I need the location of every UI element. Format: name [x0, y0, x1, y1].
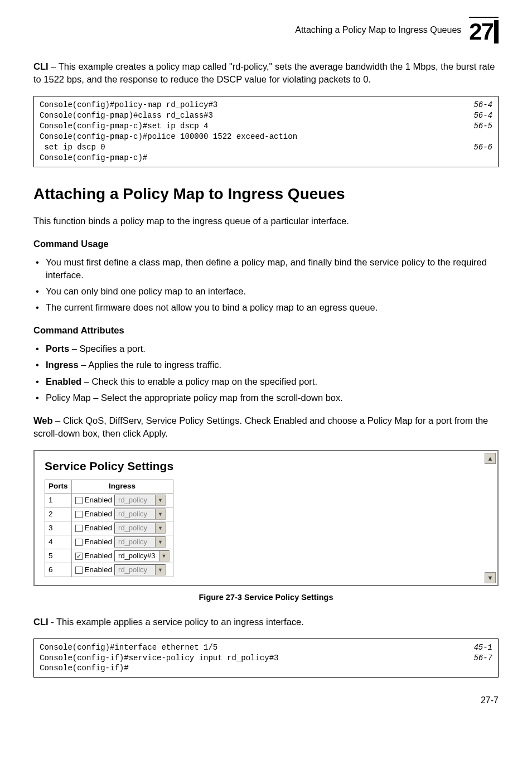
- attr-desc: – Specifies a port.: [69, 344, 146, 354]
- policy-select: rd_policy▼: [114, 495, 166, 506]
- table-row: 3Enabledrd_policy▼: [45, 521, 173, 535]
- chevron-down-icon: ▼: [155, 523, 165, 533]
- enabled-label: Enabled: [85, 565, 113, 575]
- enabled-checkbox[interactable]: [75, 567, 83, 574]
- cli-intro-paragraph: CLI – This example creates a policy map …: [33, 60, 499, 86]
- code-line: Console(config-pmap-c)#set ip dscp 456-5: [40, 121, 492, 132]
- attr-term: Ingress: [46, 360, 79, 370]
- code-ref: 45-1: [473, 642, 492, 653]
- table-row: 1Enabledrd_policy▼: [45, 494, 173, 507]
- cli-intro-text: – This example creates a policy map call…: [33, 61, 495, 84]
- figure-caption: Figure 27-3 Service Policy Settings: [33, 592, 499, 603]
- code-command: Console(config-if)#: [40, 663, 129, 674]
- ingress-cell: Enabledrd_policy▼: [71, 521, 173, 535]
- chapter-bar-icon: [494, 20, 499, 43]
- web-paragraph: Web – Click QoS, DiffServ, Service Polic…: [33, 414, 499, 440]
- code-command: Console(config-pmap)#class rd_class#3: [40, 110, 213, 121]
- chevron-down-icon: ▼: [155, 495, 165, 505]
- code-line: Console(config-if)#service-policy input …: [40, 653, 492, 664]
- code-command: Console(config-pmap-c)#set ip dscp 4: [40, 121, 208, 132]
- page-number: 27-7: [33, 694, 499, 707]
- code-command: Console(config)#interface ethernet 1/5: [40, 642, 217, 653]
- enabled-checkbox[interactable]: [75, 525, 83, 532]
- cli2-paragraph: CLI - This example applies a service pol…: [33, 616, 499, 628]
- chevron-down-icon: ▼: [155, 537, 165, 547]
- table-row: 4Enabledrd_policy▼: [45, 535, 173, 549]
- list-item: Ingress – Applies the rule to ingress tr…: [33, 359, 499, 371]
- code-ref: 56-7: [473, 653, 492, 664]
- ingress-cell: Enabledrd_policy▼: [71, 563, 173, 577]
- page-header: Attaching a Policy Map to Ingress Queues…: [33, 17, 499, 43]
- list-item: Ports – Specifies a port.: [33, 342, 499, 355]
- table-row: 6Enabledrd_policy▼: [45, 563, 173, 577]
- enabled-label: Enabled: [85, 523, 113, 534]
- code-line: Console(config)#policy-map rd_policy#356…: [40, 100, 492, 110]
- web-text: – Click QoS, DiffServ, Service Policy Se…: [33, 415, 488, 438]
- attr-term: Enabled: [46, 376, 81, 386]
- port-cell: 5: [45, 549, 72, 563]
- ingress-cell: Enabledrd_policy▼: [71, 494, 173, 507]
- chevron-down-icon: ▼: [155, 565, 165, 575]
- policy-select[interactable]: rd_policy#3▼: [114, 550, 170, 562]
- code-line: set ip dscp 056-6: [40, 142, 492, 153]
- cli-label: CLI: [33, 61, 49, 71]
- policy-select: rd_policy▼: [114, 536, 166, 548]
- ingress-cell: Enabledrd_policy▼: [71, 507, 173, 521]
- code-command: Console(config-pmap-c)#police 100000 152…: [40, 132, 297, 142]
- policy-select-value: rd_policy: [115, 523, 155, 533]
- chevron-down-icon[interactable]: ▼: [159, 551, 169, 561]
- chapter-number: 27: [469, 20, 493, 43]
- code-command: Console(config)#policy-map rd_policy#3: [40, 100, 217, 110]
- table-row: 2Enabledrd_policy▼: [45, 507, 173, 521]
- enabled-checkbox[interactable]: [75, 511, 83, 518]
- usage-list: You must first define a class map, then …: [33, 256, 499, 314]
- panel-title: Service Policy Settings: [45, 458, 483, 474]
- policy-select-value: rd_policy: [115, 495, 155, 505]
- port-cell: 6: [45, 563, 72, 577]
- policy-select-value: rd_policy: [115, 565, 155, 575]
- port-cell: 3: [45, 521, 72, 535]
- policy-select-value: rd_policy: [115, 537, 155, 547]
- web-label: Web: [33, 415, 53, 425]
- policy-select-value: rd_policy#3: [115, 551, 159, 561]
- policy-select-value: rd_policy: [115, 509, 155, 519]
- port-cell: 1: [45, 494, 72, 507]
- code-line: Console(config-if)#: [40, 663, 492, 674]
- code-line: Console(config-pmap-c)#: [40, 153, 492, 163]
- col-ports: Ports: [45, 480, 72, 494]
- attributes-list: Ports – Specifies a port.Ingress – Appli…: [33, 342, 499, 404]
- service-policy-table: Ports Ingress 1Enabledrd_policy▼2Enabled…: [45, 480, 173, 577]
- code-command: Console(config-if)#service-policy input …: [40, 653, 278, 664]
- list-item: You must first define a class map, then …: [33, 256, 499, 282]
- table-row: 5Enabledrd_policy#3▼: [45, 549, 173, 563]
- enabled-checkbox[interactable]: [75, 497, 83, 504]
- enabled-label: Enabled: [85, 495, 113, 506]
- policy-select: rd_policy▼: [114, 564, 166, 575]
- scroll-down-icon[interactable]: ▼: [485, 572, 496, 583]
- service-policy-screenshot: ▲ ▼ Service Policy Settings Ports Ingres…: [33, 450, 499, 586]
- code-command: Console(config-pmap-c)#: [40, 153, 147, 163]
- list-item: Policy Map – Select the appropriate poli…: [33, 391, 499, 404]
- col-ingress: Ingress: [71, 480, 173, 494]
- code-ref: 56-4: [473, 100, 492, 110]
- attr-term: Ports: [46, 344, 69, 354]
- list-item: Enabled – Check this to enable a policy …: [33, 375, 499, 388]
- list-item: The current firmware does not allow you …: [33, 301, 499, 314]
- enabled-label: Enabled: [85, 509, 113, 520]
- enabled-checkbox[interactable]: [75, 553, 83, 560]
- code-line: Console(config-pmap-c)#police 100000 152…: [40, 132, 492, 142]
- scroll-up-icon[interactable]: ▲: [485, 453, 496, 464]
- ingress-cell: Enabledrd_policy▼: [71, 535, 173, 549]
- code-block-1: Console(config)#policy-map rd_policy#356…: [33, 96, 499, 167]
- code-ref: 56-4: [473, 110, 492, 121]
- chapter-badge: 27: [469, 17, 499, 43]
- code-line: Console(config-pmap)#class rd_class#356-…: [40, 110, 492, 121]
- enabled-checkbox[interactable]: [75, 539, 83, 546]
- port-cell: 2: [45, 507, 72, 521]
- enabled-label: Enabled: [85, 537, 113, 548]
- code-line: Console(config)#interface ethernet 1/545…: [40, 642, 492, 653]
- code-ref: 56-5: [473, 121, 492, 132]
- code-command: set ip dscp 0: [40, 142, 105, 153]
- command-usage-heading: Command Usage: [33, 238, 499, 250]
- section-intro: This function binds a policy map to the …: [33, 215, 499, 228]
